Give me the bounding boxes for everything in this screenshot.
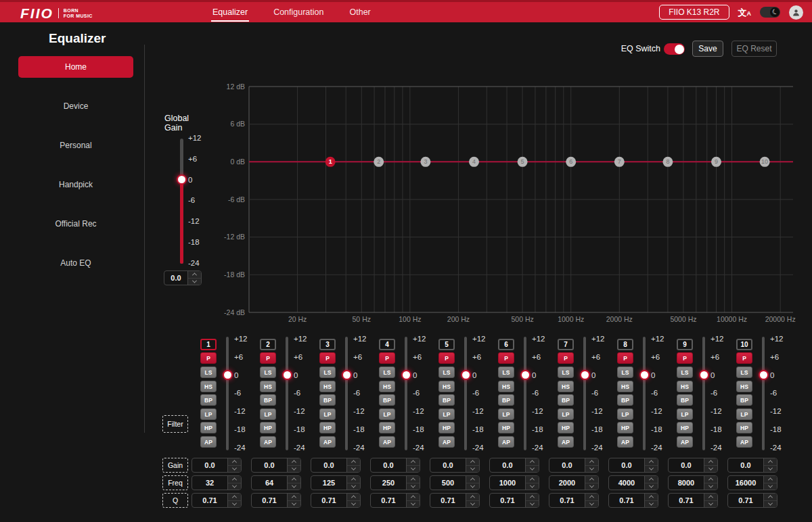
global-gain-input-decrement[interactable]	[188, 279, 201, 285]
band-5-freq-input[interactable]: 500	[430, 475, 480, 490]
band-3-freq-input-increment[interactable]	[347, 476, 360, 483]
band-6-filter-p[interactable]: P	[498, 352, 514, 364]
band-5-gain-slider[interactable]	[464, 337, 467, 450]
band-2-filter-bp[interactable]: BP	[260, 394, 276, 406]
band-2-gain-slider-thumb[interactable]	[282, 370, 292, 380]
band-6-select-button[interactable]: 6	[498, 339, 514, 350]
band-4-gain-input[interactable]: 0.0	[370, 458, 420, 473]
band-3-filter-ls[interactable]: LS	[319, 366, 336, 378]
band-6-filter-ls[interactable]: LS	[498, 366, 514, 378]
band-8-gain-input-decrement[interactable]	[645, 466, 658, 473]
band-9-freq-input[interactable]: 8000	[668, 475, 718, 490]
band-marker-5[interactable]: 5	[518, 157, 528, 167]
band-8-filter-lp[interactable]: LP	[617, 408, 633, 420]
band-7-gain-input[interactable]: 0.0	[549, 458, 599, 473]
band-9-gain-slider-thumb[interactable]	[699, 370, 709, 380]
band-8-freq-input[interactable]: 4000	[608, 475, 658, 490]
band-5-filter-hs[interactable]: HS	[438, 381, 455, 392]
band-6-freq-input-increment[interactable]	[526, 476, 539, 483]
device-select-button[interactable]: FIIO K13 R2R	[659, 5, 729, 20]
band-7-filter-bp[interactable]: BP	[558, 394, 574, 406]
band-2-filter-lp[interactable]: LP	[260, 408, 276, 420]
band-1-filter-hs[interactable]: HS	[200, 381, 217, 392]
band-10-filter-lp[interactable]: LP	[736, 408, 752, 420]
band-3-select-button[interactable]: 3	[319, 339, 336, 350]
band-marker-4[interactable]: 4	[469, 157, 479, 167]
band-8-select-button[interactable]: 8	[617, 339, 633, 350]
band-5-q-input-increment[interactable]	[466, 494, 479, 501]
band-10-select-button[interactable]: 10	[736, 339, 752, 350]
band-2-gain-input-increment[interactable]	[288, 458, 300, 466]
global-gain-slider-thumb[interactable]	[177, 174, 187, 185]
band-3-gain-input-increment[interactable]	[347, 458, 360, 466]
band-2-freq-input-decrement[interactable]	[288, 483, 300, 490]
band-2-gain-input-decrement[interactable]	[288, 466, 300, 473]
band-9-filter-hp[interactable]: HP	[677, 422, 693, 433]
band-marker-2[interactable]: 2	[374, 157, 384, 167]
band-8-q-input[interactable]: 0.71	[608, 493, 658, 508]
band-5-filter-lp[interactable]: LP	[438, 408, 455, 420]
band-10-q-input[interactable]: 0.71	[727, 493, 777, 508]
band-9-freq-input-decrement[interactable]	[704, 483, 717, 490]
band-1-gain-input-decrement[interactable]	[228, 466, 241, 473]
band-3-gain-slider[interactable]	[345, 337, 348, 450]
band-6-gain-slider-thumb[interactable]	[520, 370, 531, 380]
eq-reset-button[interactable]: EQ Reset	[731, 41, 777, 57]
band-4-q-input-decrement[interactable]	[407, 501, 420, 508]
band-10-filter-hp[interactable]: HP	[736, 422, 752, 433]
band-3-filter-ap[interactable]: AP	[319, 436, 336, 448]
band-1-filter-hp[interactable]: HP	[200, 422, 217, 433]
band-5-filter-bp[interactable]: BP	[438, 394, 455, 406]
band-10-filter-bp[interactable]: BP	[736, 394, 752, 406]
band-6-gain-input-increment[interactable]	[526, 458, 539, 466]
band-9-select-button[interactable]: 9	[677, 339, 693, 350]
band-9-filter-hs[interactable]: HS	[677, 381, 693, 392]
band-6-filter-bp[interactable]: BP	[498, 394, 514, 406]
band-2-freq-input[interactable]: 64	[251, 475, 301, 490]
tab-equalizer[interactable]: Equalizer	[211, 2, 249, 22]
band-1-filter-bp[interactable]: BP	[200, 394, 217, 406]
band-7-filter-hp[interactable]: HP	[558, 422, 574, 433]
sidebar-item-personal[interactable]: Personal	[18, 137, 133, 153]
band-1-q-input-decrement[interactable]	[228, 501, 241, 508]
band-1-freq-input-decrement[interactable]	[228, 483, 241, 490]
band-9-gain-input-decrement[interactable]	[704, 466, 717, 473]
band-4-q-input[interactable]: 0.71	[370, 493, 420, 508]
band-6-freq-input[interactable]: 1000	[489, 475, 539, 490]
band-5-q-input-decrement[interactable]	[466, 501, 479, 508]
band-9-gain-slider[interactable]	[702, 337, 705, 450]
band-7-gain-input-decrement[interactable]	[585, 466, 598, 473]
language-icon[interactable]: 文A	[738, 8, 752, 17]
band-7-freq-input-decrement[interactable]	[585, 483, 598, 490]
band-5-gain-input[interactable]: 0.0	[430, 458, 480, 473]
band-8-freq-input-decrement[interactable]	[645, 483, 658, 490]
band-10-q-input-decrement[interactable]	[764, 501, 777, 508]
band-5-select-button[interactable]: 5	[438, 339, 455, 350]
band-1-filter-ap[interactable]: AP	[200, 436, 217, 448]
band-2-filter-hs[interactable]: HS	[260, 381, 276, 392]
band-7-filter-hs[interactable]: HS	[558, 381, 574, 392]
band-6-filter-lp[interactable]: LP	[498, 408, 514, 420]
band-2-gain-slider[interactable]	[286, 337, 288, 450]
band-8-filter-ls[interactable]: LS	[617, 366, 633, 378]
band-marker-7[interactable]: 7	[614, 157, 625, 167]
band-5-filter-ap[interactable]: AP	[438, 436, 455, 448]
band-7-filter-ap[interactable]: AP	[558, 436, 574, 448]
band-9-filter-ap[interactable]: AP	[677, 436, 693, 448]
band-8-gain-slider-thumb[interactable]	[639, 370, 650, 380]
band-marker-10[interactable]: 10	[760, 157, 770, 167]
band-8-freq-input-increment[interactable]	[645, 476, 658, 483]
band-8-gain-input-increment[interactable]	[645, 458, 658, 466]
band-7-freq-input[interactable]: 2000	[549, 475, 599, 490]
band-7-q-input-increment[interactable]	[585, 494, 598, 501]
band-6-q-input-decrement[interactable]	[526, 501, 539, 508]
band-5-gain-input-decrement[interactable]	[466, 466, 479, 473]
sidebar-item-device[interactable]: Device	[18, 98, 133, 114]
sidebar-item-official-rec[interactable]: Official Rec	[18, 216, 133, 232]
band-5-q-input[interactable]: 0.71	[430, 493, 480, 508]
band-5-filter-hp[interactable]: HP	[438, 422, 455, 433]
band-6-filter-hs[interactable]: HS	[498, 381, 514, 392]
band-3-filter-hp[interactable]: HP	[319, 422, 336, 433]
band-6-q-input-increment[interactable]	[526, 494, 539, 501]
band-1-filter-lp[interactable]: LP	[200, 408, 217, 420]
